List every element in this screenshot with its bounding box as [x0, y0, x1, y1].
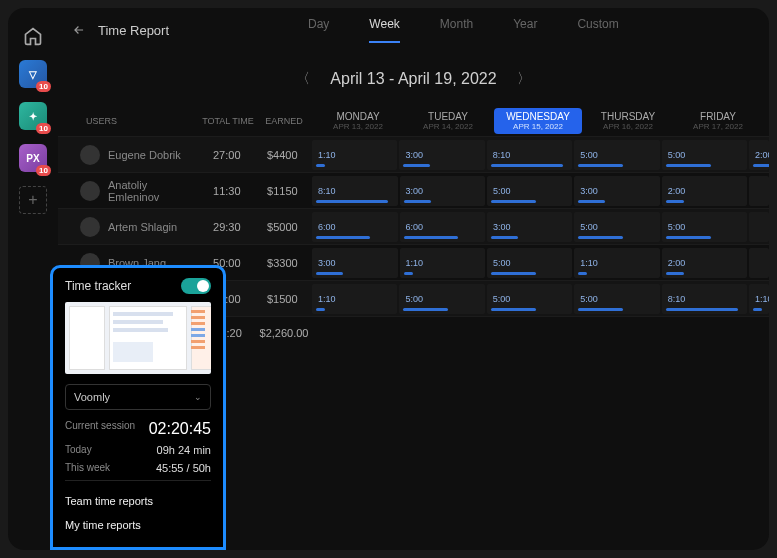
back-button[interactable] [72, 23, 86, 37]
workspace-2[interactable]: ✦10 [19, 102, 47, 130]
team-reports-link[interactable]: Team time reports [65, 489, 211, 513]
workspace-1[interactable]: ▽10 [19, 60, 47, 88]
time-value: 6:00 [406, 222, 424, 232]
time-cell[interactable]: 5:00 [487, 176, 572, 206]
time-value: 3:00 [318, 258, 336, 268]
time-cell[interactable]: 5:00 [662, 140, 747, 170]
day-date: APR 15, 2022 [494, 122, 582, 131]
user-name: Artem Shlagin [108, 221, 177, 233]
today-value: 09h 24 min [157, 444, 211, 456]
time-value: 5:00 [580, 150, 598, 160]
day-header-1[interactable]: TuedayAPR 14, 2022 [404, 111, 492, 131]
time-value: 3:00 [405, 150, 423, 160]
tab-week[interactable]: Week [369, 17, 399, 43]
workspace-1-badge: 10 [36, 81, 51, 92]
workspace-3[interactable]: PX10 [19, 144, 47, 172]
earned: $3300 [255, 257, 311, 269]
week-label: This week [65, 462, 110, 474]
project-select[interactable]: Voomly ⌄ [65, 384, 211, 410]
tracker-screenshot [65, 302, 211, 374]
day-name: Wednesday [494, 111, 582, 122]
day-header-4[interactable]: FridayAPR 17, 2022 [674, 111, 762, 131]
time-cell[interactable] [749, 248, 769, 278]
time-value: 2:00 [668, 186, 686, 196]
user-name: Anatoliy Emleninov [108, 179, 199, 203]
time-cell[interactable]: 5:00 [487, 284, 572, 314]
day-name: Monday [314, 111, 402, 122]
tab-year[interactable]: Year [513, 17, 537, 43]
time-cell[interactable] [749, 212, 769, 242]
time-cell[interactable]: 1:10 [400, 248, 485, 278]
time-cell[interactable]: 2:00 [662, 248, 747, 278]
add-workspace-button[interactable]: + [19, 186, 47, 214]
time-value: 1:10 [318, 150, 336, 160]
time-value: 5:00 [580, 294, 598, 304]
tab-month[interactable]: Month [440, 17, 473, 43]
prev-week-button[interactable]: 〈 [296, 70, 310, 88]
table-row[interactable]: Anatoliy Emleninov11:30$11508:103:005:00… [58, 172, 769, 208]
user-name: Eugene Dobrik [108, 149, 181, 161]
workspace-3-badge: 10 [36, 165, 51, 176]
week-value: 45:55 / 50h [156, 462, 211, 474]
workspace-2-badge: 10 [36, 123, 51, 134]
avatar [80, 145, 100, 165]
earned: $1500 [255, 293, 311, 305]
time-cell[interactable]: 8:10 [487, 140, 572, 170]
time-cell[interactable]: 5:00 [574, 212, 659, 242]
time-cell[interactable]: 1:10 [574, 248, 659, 278]
time-value: 2:00 [755, 150, 769, 160]
time-cell[interactable]: 3:00 [487, 212, 572, 242]
time-cell[interactable]: 3:00 [400, 176, 485, 206]
time-cell[interactable]: 1:10 [312, 140, 397, 170]
day-header-2[interactable]: WednesdayAPR 15, 2022 [494, 108, 582, 134]
time-cell[interactable]: 6:00 [312, 212, 397, 242]
time-value: 5:00 [668, 150, 686, 160]
time-cell[interactable]: 3:00 [399, 140, 484, 170]
time-value: 1:10 [406, 258, 424, 268]
time-value: 5:00 [493, 258, 511, 268]
day-header-0[interactable]: MondayAPR 13, 2022 [314, 111, 402, 131]
home-icon[interactable] [23, 26, 43, 46]
time-cell[interactable]: 2:00 [662, 176, 747, 206]
tab-day[interactable]: Day [308, 17, 329, 43]
total-time: 29:30 [199, 221, 255, 233]
col-users-header: Users [58, 116, 200, 126]
day-name: Thursday [584, 111, 672, 122]
time-cell[interactable]: 5:00 [574, 140, 659, 170]
current-session-value: 02:20:45 [149, 420, 211, 438]
time-cell[interactable]: 3:00 [574, 176, 659, 206]
page-title: Time Report [98, 23, 169, 38]
time-cell[interactable]: 5:00 [574, 284, 659, 314]
day-date: APR 16, 2022 [584, 122, 672, 131]
time-cell[interactable]: 6:00 [400, 212, 485, 242]
time-value: 5:00 [493, 294, 511, 304]
workspace-3-glyph: PX [26, 153, 39, 164]
time-cell[interactable]: 2:00 [749, 140, 769, 170]
tracker-title: Time tracker [65, 279, 131, 293]
next-week-button[interactable]: 〉 [517, 70, 531, 88]
time-cell[interactable]: 3:00 [312, 248, 397, 278]
chevron-down-icon: ⌄ [194, 392, 202, 402]
time-cell[interactable]: 5:00 [399, 284, 484, 314]
earned: $4400 [255, 149, 311, 161]
table-row[interactable]: Eugene Dobrik27:00$44001:103:008:105:005… [58, 136, 769, 172]
time-cell[interactable]: 5:00 [662, 212, 747, 242]
earned: $1150 [255, 185, 311, 197]
my-reports-link[interactable]: My time reports [65, 513, 211, 537]
totals-earned: $2,260.00 [256, 327, 312, 339]
tab-custom[interactable]: Custom [577, 17, 618, 43]
table-row[interactable]: Artem Shlagin29:30$50006:006:003:005:005… [58, 208, 769, 244]
day-header-3[interactable]: ThursdayAPR 16, 2022 [584, 111, 672, 131]
tracker-toggle[interactable] [181, 278, 211, 294]
time-cell[interactable]: 5:00 [487, 248, 572, 278]
time-cell[interactable]: 1:10 [312, 284, 397, 314]
time-value: 6:00 [318, 222, 336, 232]
time-value: 1:10 [318, 294, 336, 304]
avatar [80, 181, 100, 201]
time-cell[interactable]: 8:10 [312, 176, 397, 206]
time-cell[interactable] [749, 176, 769, 206]
time-value: 8:10 [318, 186, 336, 196]
time-cell[interactable]: 8:10 [662, 284, 747, 314]
day-date: APR 17, 2022 [674, 122, 762, 131]
time-cell[interactable]: 1:10 [749, 284, 769, 314]
